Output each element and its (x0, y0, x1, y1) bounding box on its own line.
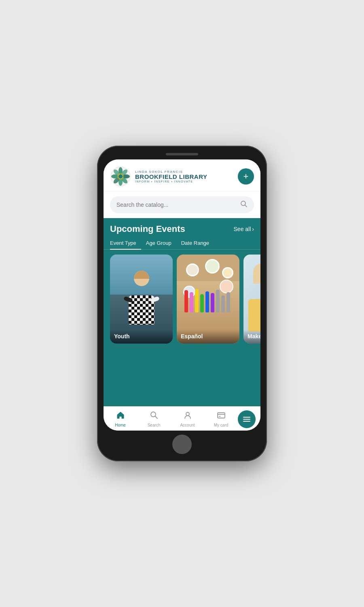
nav-label-mycard: My card (214, 423, 229, 427)
search-bar[interactable] (110, 196, 254, 213)
hamburger-line-3 (243, 421, 250, 422)
logo-tagline: INFORM • INSPIRE • INNOVATE (135, 180, 207, 183)
catalog-search-input[interactable] (116, 202, 236, 208)
event-card-youth-label: Youth (110, 330, 173, 344)
nav-item-home[interactable]: Home (104, 410, 137, 428)
nav-label-search: Search (148, 423, 161, 427)
hamburger-line-2 (243, 419, 250, 420)
logo-title: BROOKFIELD LIBRARY (135, 174, 207, 180)
phone-speaker (166, 153, 198, 155)
event-card-maker[interactable]: Maker (243, 255, 260, 344)
tab-age-group[interactable]: Age Group (141, 238, 176, 249)
chevron-right-icon: › (252, 226, 254, 232)
nav-label-account: Account (180, 423, 195, 427)
search-nav-icon (150, 411, 159, 422)
hamburger-line-1 (243, 417, 250, 418)
search-icon (240, 200, 248, 209)
home-icon (116, 411, 125, 422)
events-section: Upcoming Events See all › Event Type Age… (104, 218, 260, 406)
svg-line-12 (245, 205, 247, 207)
phone-frame: LINDA SOKOL FRANCIS BROOKFIELD LIBRARY I… (97, 146, 267, 461)
see-all-link[interactable]: See all › (234, 226, 254, 232)
nav-item-search[interactable]: Search (137, 410, 171, 428)
events-title: Upcoming Events (110, 224, 185, 234)
svg-line-14 (155, 416, 157, 419)
event-card-maker-label: Maker (243, 330, 260, 344)
svg-rect-16 (218, 413, 225, 418)
nav-item-account[interactable]: Account (171, 410, 204, 428)
see-all-label: See all (234, 226, 251, 232)
svg-point-10 (119, 174, 123, 178)
library-logo-icon (110, 166, 131, 187)
event-cards-list: Youth (104, 255, 260, 406)
filter-tabs: Event Type Age Group Date Range (104, 238, 260, 250)
event-card-espanol[interactable]: Español (177, 255, 239, 344)
plus-icon: + (243, 171, 249, 182)
logo-area: LINDA SOKOL FRANCIS BROOKFIELD LIBRARY I… (110, 166, 207, 187)
app-header: LINDA SOKOL FRANCIS BROOKFIELD LIBRARY I… (104, 159, 260, 191)
bottom-nav: Home Search Account (104, 406, 260, 431)
add-button[interactable]: + (238, 168, 254, 185)
search-bar-area (104, 191, 260, 218)
phone-home-button[interactable] (172, 435, 192, 454)
phone-screen: LINDA SOKOL FRANCIS BROOKFIELD LIBRARY I… (104, 159, 260, 431)
events-header: Upcoming Events See all › (104, 218, 260, 238)
hamburger-menu-button[interactable] (238, 410, 256, 428)
card-icon (217, 411, 226, 422)
nav-label-home: Home (115, 423, 126, 427)
tab-date-range[interactable]: Date Range (176, 238, 214, 249)
event-card-youth[interactable]: Youth (110, 255, 173, 344)
svg-point-15 (186, 412, 189, 416)
nav-item-mycard[interactable]: My card (204, 410, 238, 428)
account-icon (183, 411, 192, 422)
logo-text: LINDA SOKOL FRANCIS BROOKFIELD LIBRARY I… (135, 170, 207, 183)
tab-event-type[interactable]: Event Type (110, 238, 141, 249)
event-card-espanol-label: Español (177, 330, 239, 344)
